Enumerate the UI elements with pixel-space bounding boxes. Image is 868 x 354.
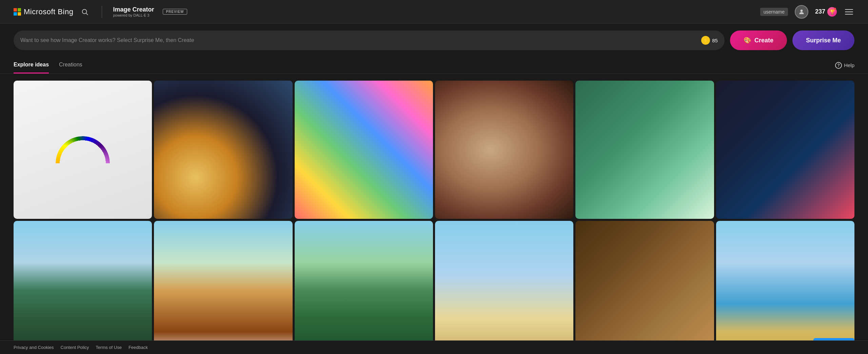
footer-feedback-link[interactable]: Feedback xyxy=(129,345,148,350)
surprise-me-button[interactable]: Surprise Me xyxy=(792,30,854,50)
image-card-oranges[interactable] xyxy=(575,221,714,354)
image-grid xyxy=(0,74,868,354)
coins-count: 237 xyxy=(815,8,825,15)
boost-lightning: ⚡ xyxy=(703,38,709,43)
svg-point-2 xyxy=(801,9,803,12)
tab-creations[interactable]: Creations xyxy=(59,57,82,74)
coins-display: 237 🏆 xyxy=(815,7,837,17)
help-button[interactable]: ? Help xyxy=(835,62,854,69)
create-icon: 🎨 xyxy=(744,37,751,44)
hamburger-line-2 xyxy=(845,12,853,12)
create-button[interactable]: 🎨 Create xyxy=(730,30,787,50)
footer-privacy-link[interactable]: Privacy and Cookies xyxy=(14,345,54,350)
footer-content-policy-link[interactable]: Content Policy xyxy=(61,345,89,350)
boost-badge: ⚡ 85 xyxy=(701,36,718,45)
image-card-castle[interactable] xyxy=(716,221,854,354)
footer: Privacy and Cookies Content Policy Terms… xyxy=(0,340,868,354)
image-card-sailboat[interactable] xyxy=(14,221,152,354)
svg-line-1 xyxy=(86,13,88,15)
image-card-ribbons[interactable] xyxy=(295,81,433,219)
surprise-label: Surprise Me xyxy=(806,37,841,44)
user-icon xyxy=(798,8,805,15)
coin-icon: 🏆 xyxy=(827,7,837,17)
header: Microsoft Bing Image Creator powered by … xyxy=(0,0,868,24)
hamburger-line-1 xyxy=(845,9,853,10)
help-label: Help xyxy=(844,62,854,68)
app-subtitle: powered by DALL·E 3 xyxy=(113,13,154,17)
image-card-butterfly[interactable] xyxy=(575,81,714,219)
image-card-balloons[interactable] xyxy=(435,221,573,354)
image-card-house[interactable] xyxy=(295,221,433,354)
tab-explore-ideas[interactable]: Explore ideas xyxy=(14,57,49,74)
header-right: username 237 🏆 xyxy=(760,5,854,19)
hamburger-menu-button[interactable] xyxy=(844,8,854,16)
tab-creations-label: Creations xyxy=(59,62,82,67)
boost-icon: ⚡ xyxy=(701,36,710,45)
username-display: username xyxy=(760,8,788,16)
avatar-button[interactable] xyxy=(795,5,808,19)
create-label: Create xyxy=(754,37,773,44)
rainbow-arc xyxy=(56,136,110,163)
image-card-icecream[interactable] xyxy=(154,221,292,354)
app-info: Image Creator powered by DALL·E 3 xyxy=(113,6,154,18)
ms-bing-logo: Microsoft Bing xyxy=(14,7,73,16)
preview-badge: PREVIEW xyxy=(163,9,187,15)
image-card-rainbow[interactable] xyxy=(14,81,152,219)
search-icon xyxy=(81,8,88,16)
image-card-splash[interactable] xyxy=(716,81,854,219)
image-card-pencil[interactable] xyxy=(154,81,292,219)
svg-point-0 xyxy=(82,9,87,14)
ms-logo-grid xyxy=(14,8,21,16)
search-icon-button[interactable] xyxy=(79,6,91,18)
search-input[interactable] xyxy=(20,37,701,43)
boost-count: 85 xyxy=(712,38,718,43)
search-bar-section: ⚡ 85 🎨 Create Surprise Me xyxy=(0,24,868,57)
hamburger-line-3 xyxy=(845,14,853,15)
search-input-wrapper: ⚡ 85 xyxy=(14,30,725,50)
help-circle-icon: ? xyxy=(835,62,842,69)
header-left: Microsoft Bing Image Creator powered by … xyxy=(14,6,187,18)
vertical-divider xyxy=(102,6,102,18)
tabs-section: Explore ideas Creations ? Help xyxy=(0,57,868,74)
image-card-eye[interactable] xyxy=(435,81,573,219)
tab-explore-label: Explore ideas xyxy=(14,62,49,67)
bing-text: Microsoft Bing xyxy=(24,7,73,16)
footer-terms-link[interactable]: Terms of Use xyxy=(96,345,122,350)
app-title: Image Creator xyxy=(113,6,154,14)
